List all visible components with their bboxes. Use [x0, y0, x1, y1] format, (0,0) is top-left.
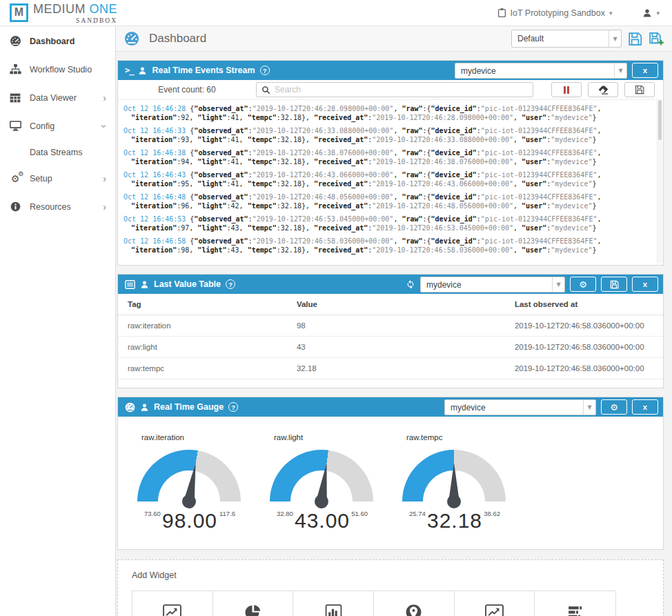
sidebar-item-config[interactable]: Config › — [0, 112, 115, 140]
scrollbar[interactable] — [657, 99, 662, 264]
list-icon — [125, 280, 135, 289]
add-widget-table: Grouped Users Line Chart Grouped Users P… — [132, 590, 616, 616]
sidebar-item-label: Workflow Studio — [30, 65, 92, 74]
device-select-value: mydevice — [421, 277, 552, 292]
refresh-icon[interactable] — [406, 279, 415, 289]
environment-switcher[interactable]: IoT Prototyping Sandbox ▾ — [497, 8, 613, 18]
tachometer-icon — [9, 35, 21, 47]
widget-single-user-line-chart[interactable]: Single User Line Chart — [455, 591, 535, 616]
device-select[interactable]: mydevice ▼ — [455, 63, 627, 79]
close-button[interactable]: x — [632, 63, 658, 78]
help-icon[interactable]: ? — [228, 402, 238, 412]
sidebar-item-label: Config — [30, 121, 55, 131]
events-toolbar: Event count: 60 — [118, 80, 663, 100]
widget-grouped-users-line-chart[interactable]: Grouped Users Line Chart — [132, 591, 213, 616]
save-events-button[interactable] — [624, 82, 655, 97]
tachometer-icon — [125, 402, 135, 413]
device-select-value: mydevice — [455, 63, 614, 78]
caret-down-icon: ▼ — [614, 63, 626, 78]
sidebar: Dashboard Workflow Studio Data Viewer › … — [0, 26, 116, 616]
event-row: Oct 12 16:46:58 {"observed_at":"2019-10-… — [123, 237, 652, 255]
event-row: Oct 12 16:46:33 {"observed_at":"2019-10-… — [123, 126, 652, 144]
event-row: Oct 12 16:46:28 {"observed_at":"2019-10-… — [123, 104, 652, 122]
save-button[interactable] — [601, 277, 627, 292]
widget-grouped-users-pie-chart[interactable]: Grouped Users Pie Chart — [213, 591, 294, 616]
gears-icon: ⚙⚙ — [9, 173, 21, 184]
save-icon[interactable] — [628, 32, 642, 46]
caret-down-icon: ▼ — [583, 400, 595, 415]
user-menu[interactable]: ▾ — [642, 8, 660, 18]
chevron-right-icon: › — [103, 173, 106, 184]
gauge-needle — [447, 463, 461, 508]
add-widget-title: Add Widget — [132, 570, 663, 580]
sidebar-item-resources[interactable]: Resources › — [0, 192, 115, 221]
panel-title: Real Time Gauge — [154, 402, 224, 412]
sidebar-item-data-streams[interactable]: Data Streams — [0, 140, 115, 164]
sidebar-item-label: Data Streams — [30, 148, 82, 157]
chevron-down-icon: › — [99, 124, 110, 128]
widget-grouped-users-bar-chart[interactable]: Grouped Users Bar Chart — [293, 591, 374, 616]
help-icon[interactable]: ? — [260, 66, 270, 75]
column-header-value: Value — [287, 294, 505, 315]
cross-filter-chart-icon — [537, 602, 613, 616]
close-button[interactable]: x — [632, 399, 658, 415]
table-row: raw:light432019-10-12T20:46:58.036000+00… — [118, 337, 663, 358]
pause-button[interactable] — [551, 82, 582, 97]
gauge-raw-iteration: raw.iteration 73.60 117.6 98.00 — [137, 433, 242, 533]
help-icon[interactable]: ? — [226, 279, 235, 289]
widget-grouped-users-geopoint-chart[interactable]: Grouped Users GeoPoint Chart — [374, 591, 455, 616]
device-select[interactable]: mydevice ▼ — [444, 399, 596, 415]
logo-mark-icon: M — [10, 3, 28, 22]
sidebar-item-setup[interactable]: ⚙⚙ Setup › — [0, 164, 115, 192]
brand-subtitle: SANDBOX — [33, 17, 117, 24]
bar-chart-icon — [296, 602, 370, 616]
panel-title: Last Value Table — [154, 279, 221, 289]
device-select-value: mydevice — [445, 400, 583, 415]
events-panel-header: >_ Real Time Events Stream ? mydevice ▼ … — [118, 61, 663, 80]
caret-down-icon: ▼ — [609, 30, 621, 47]
widget-single-user-cross-filter-chart[interactable]: Single User Cross Filter Chart — [535, 591, 615, 616]
clipboard-icon — [497, 8, 506, 18]
dashboard-preset-select[interactable]: Default ▼ — [511, 30, 622, 48]
table-icon — [9, 93, 21, 103]
clear-button[interactable] — [588, 82, 618, 97]
gauge-label: raw.iteration — [141, 433, 242, 441]
search-input[interactable] — [275, 85, 528, 95]
page-title: Dashboard — [149, 32, 206, 46]
add-widget-section: Add Widget Grouped Users Line Chart Grou — [117, 559, 664, 616]
environment-label: IoT Prototyping Sandbox — [511, 8, 605, 18]
settings-button[interactable]: ⚙ — [570, 277, 596, 292]
save-icon — [610, 280, 619, 289]
last-value-table: Tag Value Last observed at raw:iteration… — [118, 294, 663, 379]
table-row: raw:tempc32.182019-10-12T20:46:58.036000… — [118, 358, 663, 379]
sidebar-item-label: Resources — [30, 202, 71, 212]
chevron-right-icon: › — [103, 201, 106, 212]
gauge-raw-light: raw.light 32.80 51.60 43.00 — [270, 433, 375, 533]
caret-down-icon: ▼ — [552, 277, 564, 292]
page-header: Dashboard Default ▼ — [116, 26, 672, 52]
gear-icon: ⚙ — [610, 402, 618, 413]
table-row: raw:iteration982019-10-12T20:46:58.03600… — [118, 315, 663, 337]
event-row: Oct 12 16:46:48 {"observed_at":"2019-10-… — [123, 192, 652, 210]
gauge-panel-header: Real Time Gauge ? mydevice ▼ ⚙ x — [118, 397, 663, 417]
sidebar-item-label: Dashboard — [30, 37, 75, 46]
sitemap-icon — [9, 64, 21, 74]
gear-icon: ⚙ — [579, 279, 587, 290]
sidebar-item-workflow-studio[interactable]: Workflow Studio — [0, 55, 115, 83]
scrollbar-thumb[interactable] — [658, 100, 662, 140]
search-box[interactable] — [256, 82, 533, 97]
gauge-raw-tempc: raw.tempc 25.74 38.62 32.18 — [402, 433, 507, 533]
settings-button[interactable]: ⚙ — [601, 399, 627, 415]
close-button[interactable]: x — [632, 277, 658, 292]
save-new-icon[interactable] — [649, 31, 664, 46]
last-value-panel-header: Last Value Table ? mydevice ▼ ⚙ — [118, 275, 663, 294]
sidebar-item-dashboard[interactable]: Dashboard — [0, 27, 115, 55]
events-stream-panel: >_ Real Time Events Stream ? mydevice ▼ … — [117, 60, 664, 266]
sidebar-item-data-viewer[interactable]: Data Viewer › — [0, 83, 115, 112]
user-icon — [140, 403, 149, 412]
event-log: Oct 12 16:46:28 {"observed_at":"2019-10-… — [118, 100, 663, 265]
device-select[interactable]: mydevice ▼ — [420, 277, 565, 292]
logo: M MEDIUM ONE SANDBOX — [10, 2, 117, 24]
line-chart-icon — [457, 602, 532, 616]
event-row: Oct 12 16:46:43 {"observed_at":"2019-10-… — [123, 170, 652, 188]
